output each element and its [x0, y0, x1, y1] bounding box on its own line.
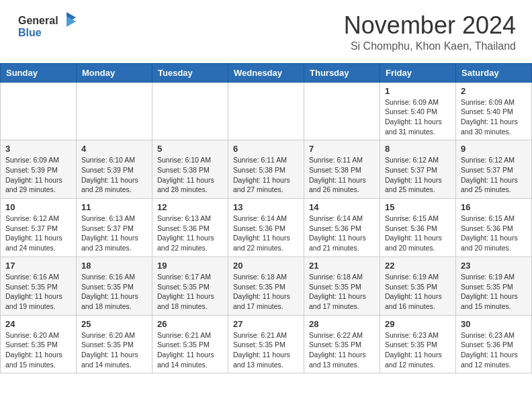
calendar-cell [1, 82, 77, 140]
calendar-cell: 8Sunrise: 6:12 AM Sunset: 5:37 PM Daylig… [380, 140, 456, 199]
day-info: Sunrise: 6:18 AM Sunset: 5:35 PM Dayligh… [233, 272, 299, 312]
day-info: Sunrise: 6:10 AM Sunset: 5:39 PM Dayligh… [81, 155, 147, 195]
calendar-table: SundayMondayTuesdayWednesdayThursdayFrid… [0, 63, 532, 374]
day-info: Sunrise: 6:11 AM Sunset: 5:38 PM Dayligh… [309, 155, 375, 195]
day-number: 10 [5, 202, 71, 212]
day-number: 7 [309, 144, 375, 154]
day-number: 14 [309, 202, 375, 212]
day-number: 18 [81, 261, 147, 271]
day-info: Sunrise: 6:17 AM Sunset: 5:35 PM Dayligh… [157, 272, 223, 312]
weekday-header-thursday: Thursday [304, 63, 380, 82]
calendar-cell: 21Sunrise: 6:18 AM Sunset: 5:35 PM Dayli… [304, 257, 380, 315]
day-info: Sunrise: 6:10 AM Sunset: 5:38 PM Dayligh… [157, 155, 223, 195]
svg-text:Blue: Blue [18, 27, 42, 38]
calendar-cell: 16Sunrise: 6:15 AM Sunset: 5:36 PM Dayli… [456, 199, 532, 257]
calendar-week-3: 10Sunrise: 6:12 AM Sunset: 5:37 PM Dayli… [1, 199, 532, 257]
calendar-cell: 12Sunrise: 6:13 AM Sunset: 5:36 PM Dayli… [152, 199, 228, 257]
month-title: November 2024 [344, 12, 516, 39]
calendar-cell: 1Sunrise: 6:09 AM Sunset: 5:40 PM Daylig… [380, 82, 456, 140]
calendar-cell: 19Sunrise: 6:17 AM Sunset: 5:35 PM Dayli… [152, 257, 228, 315]
day-info: Sunrise: 6:19 AM Sunset: 5:35 PM Dayligh… [461, 272, 527, 312]
logo-general-text: General Blue [16, 12, 79, 42]
calendar-cell: 22Sunrise: 6:19 AM Sunset: 5:35 PM Dayli… [380, 257, 456, 315]
logo: General Blue [16, 12, 79, 42]
day-info: Sunrise: 6:20 AM Sunset: 5:35 PM Dayligh… [5, 330, 71, 370]
calendar-cell [77, 82, 152, 140]
day-number: 4 [81, 144, 147, 154]
day-number: 16 [461, 202, 527, 212]
calendar-cell: 23Sunrise: 6:19 AM Sunset: 5:35 PM Dayli… [456, 257, 532, 315]
day-number: 15 [385, 202, 451, 212]
weekday-header-friday: Friday [380, 63, 456, 82]
day-info: Sunrise: 6:12 AM Sunset: 5:37 PM Dayligh… [385, 155, 451, 195]
calendar-cell: 30Sunrise: 6:23 AM Sunset: 5:36 PM Dayli… [456, 315, 532, 373]
calendar-cell: 9Sunrise: 6:12 AM Sunset: 5:37 PM Daylig… [456, 140, 532, 199]
day-info: Sunrise: 6:12 AM Sunset: 5:37 PM Dayligh… [461, 155, 527, 195]
calendar-cell [304, 82, 380, 140]
day-number: 28 [309, 319, 375, 329]
calendar-cell: 6Sunrise: 6:11 AM Sunset: 5:38 PM Daylig… [228, 140, 304, 199]
day-info: Sunrise: 6:16 AM Sunset: 5:35 PM Dayligh… [81, 272, 147, 312]
calendar-cell: 5Sunrise: 6:10 AM Sunset: 5:38 PM Daylig… [152, 140, 228, 199]
calendar-week-4: 17Sunrise: 6:16 AM Sunset: 5:35 PM Dayli… [1, 257, 532, 315]
calendar-cell: 27Sunrise: 6:21 AM Sunset: 5:35 PM Dayli… [228, 315, 304, 373]
calendar-cell [228, 82, 304, 140]
calendar-cell: 25Sunrise: 6:20 AM Sunset: 5:35 PM Dayli… [77, 315, 152, 373]
calendar-cell: 3Sunrise: 6:09 AM Sunset: 5:39 PM Daylig… [1, 140, 77, 199]
calendar-cell: 11Sunrise: 6:13 AM Sunset: 5:37 PM Dayli… [77, 199, 152, 257]
day-number: 9 [461, 144, 527, 154]
day-info: Sunrise: 6:09 AM Sunset: 5:40 PM Dayligh… [385, 97, 451, 137]
weekday-header-monday: Monday [77, 63, 152, 82]
day-info: Sunrise: 6:21 AM Sunset: 5:35 PM Dayligh… [157, 330, 223, 370]
day-number: 29 [385, 319, 451, 329]
weekday-header-sunday: Sunday [1, 63, 77, 82]
day-info: Sunrise: 6:23 AM Sunset: 5:36 PM Dayligh… [461, 330, 527, 370]
day-number: 22 [385, 261, 451, 271]
page-header: General Blue November 2024 Si Chomphu, K… [0, 0, 532, 58]
calendar-cell: 15Sunrise: 6:15 AM Sunset: 5:36 PM Dayli… [380, 199, 456, 257]
day-info: Sunrise: 6:16 AM Sunset: 5:35 PM Dayligh… [5, 272, 71, 312]
day-number: 2 [461, 86, 527, 96]
calendar-cell [152, 82, 228, 140]
location-title: Si Chomphu, Khon Kaen, Thailand [344, 40, 516, 52]
calendar-cell: 20Sunrise: 6:18 AM Sunset: 5:35 PM Dayli… [228, 257, 304, 315]
day-number: 21 [309, 261, 375, 271]
calendar-cell: 4Sunrise: 6:10 AM Sunset: 5:39 PM Daylig… [77, 140, 152, 199]
calendar-cell: 13Sunrise: 6:14 AM Sunset: 5:36 PM Dayli… [228, 199, 304, 257]
day-number: 1 [385, 86, 451, 96]
day-info: Sunrise: 6:19 AM Sunset: 5:35 PM Dayligh… [385, 272, 451, 312]
day-number: 13 [233, 202, 299, 212]
day-info: Sunrise: 6:09 AM Sunset: 5:39 PM Dayligh… [5, 155, 71, 195]
day-info: Sunrise: 6:21 AM Sunset: 5:35 PM Dayligh… [233, 330, 299, 370]
day-info: Sunrise: 6:12 AM Sunset: 5:37 PM Dayligh… [5, 214, 71, 253]
day-number: 25 [81, 319, 147, 329]
day-number: 26 [157, 319, 223, 329]
calendar-cell: 26Sunrise: 6:21 AM Sunset: 5:35 PM Dayli… [152, 315, 228, 373]
calendar-cell: 14Sunrise: 6:14 AM Sunset: 5:36 PM Dayli… [304, 199, 380, 257]
svg-text:General: General [18, 15, 58, 26]
day-number: 8 [385, 144, 451, 154]
day-number: 30 [461, 319, 527, 329]
calendar-cell: 7Sunrise: 6:11 AM Sunset: 5:38 PM Daylig… [304, 140, 380, 199]
calendar-cell: 17Sunrise: 6:16 AM Sunset: 5:35 PM Dayli… [1, 257, 77, 315]
calendar-cell: 10Sunrise: 6:12 AM Sunset: 5:37 PM Dayli… [1, 199, 77, 257]
day-info: Sunrise: 6:13 AM Sunset: 5:37 PM Dayligh… [81, 214, 147, 253]
day-number: 24 [5, 319, 71, 329]
day-number: 5 [157, 144, 223, 154]
day-info: Sunrise: 6:11 AM Sunset: 5:38 PM Dayligh… [233, 155, 299, 195]
day-number: 27 [233, 319, 299, 329]
day-info: Sunrise: 6:15 AM Sunset: 5:36 PM Dayligh… [385, 214, 451, 253]
day-info: Sunrise: 6:14 AM Sunset: 5:36 PM Dayligh… [309, 214, 375, 253]
day-info: Sunrise: 6:13 AM Sunset: 5:36 PM Dayligh… [157, 214, 223, 253]
calendar-cell: 29Sunrise: 6:23 AM Sunset: 5:35 PM Dayli… [380, 315, 456, 373]
day-info: Sunrise: 6:23 AM Sunset: 5:35 PM Dayligh… [385, 330, 451, 370]
day-number: 12 [157, 202, 223, 212]
day-info: Sunrise: 6:20 AM Sunset: 5:35 PM Dayligh… [81, 330, 147, 370]
weekday-header-row: SundayMondayTuesdayWednesdayThursdayFrid… [1, 63, 532, 82]
calendar-cell: 2Sunrise: 6:09 AM Sunset: 5:40 PM Daylig… [456, 82, 532, 140]
calendar-cell: 18Sunrise: 6:16 AM Sunset: 5:35 PM Dayli… [77, 257, 152, 315]
day-number: 17 [5, 261, 71, 271]
day-number: 11 [81, 202, 147, 212]
header-right: November 2024 Si Chomphu, Khon Kaen, Tha… [344, 12, 516, 52]
day-info: Sunrise: 6:14 AM Sunset: 5:36 PM Dayligh… [233, 214, 299, 253]
